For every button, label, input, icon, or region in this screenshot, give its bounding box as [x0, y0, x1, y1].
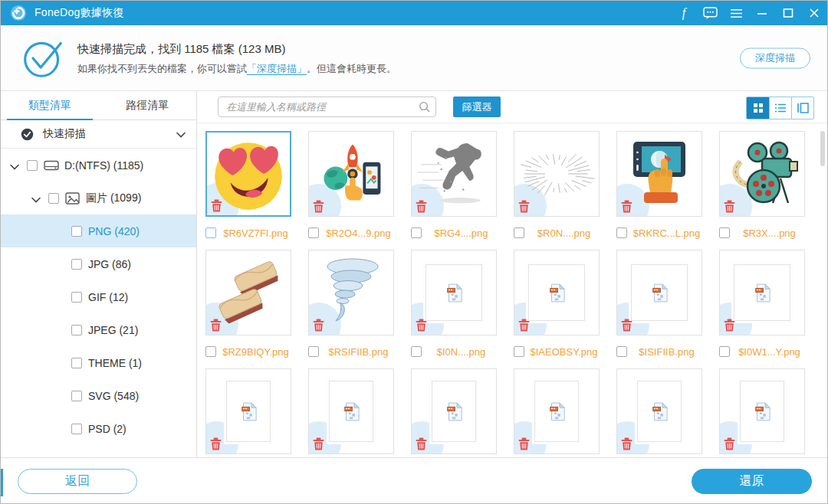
scan-result-text: 快速掃描完成，找到 1185 檔案 (123 MB) 如果你找不到丟失的檔案，你… [77, 43, 396, 74]
sidebar-tree-item[interactable]: JPEG (21) [1, 313, 196, 346]
file-checkbox[interactable] [616, 227, 627, 238]
column-view-icon[interactable] [791, 97, 813, 119]
file-thumbnail[interactable] [719, 368, 805, 454]
file-checkbox[interactable] [719, 346, 730, 357]
sidebar-tree-item[interactable]: THEME (1) [1, 346, 196, 379]
delete-icon[interactable] [416, 437, 427, 450]
sidebar-tree-item[interactable]: JPG (86) [1, 247, 196, 280]
scrollbar-thumb[interactable] [820, 131, 825, 166]
delete-icon[interactable] [518, 200, 530, 213]
file-checkbox[interactable] [411, 227, 422, 238]
file-thumbnail[interactable] [514, 368, 600, 454]
tab-path-list[interactable]: 路徑清單 [99, 91, 197, 119]
file-thumbnail[interactable] [205, 131, 291, 217]
sidebar-tree-item[interactable]: GIF (12) [1, 280, 196, 313]
file-thumbnail[interactable] [308, 131, 394, 217]
sidebar-tree-item[interactable]: PSD (2) [1, 412, 196, 445]
tree-item-checkbox[interactable] [71, 292, 82, 303]
file-name: $RZ9BIQY.png [220, 346, 291, 358]
sidebar-tree-item[interactable]: 圖片 (1099) [1, 182, 196, 214]
file-checkbox[interactable] [411, 346, 422, 357]
search-input[interactable] [218, 97, 436, 117]
file-thumbnail[interactable] [616, 250, 702, 335]
delete-icon[interactable] [518, 319, 530, 332]
file-thumbnail[interactable] [719, 250, 805, 335]
back-button[interactable]: 返回 [18, 469, 137, 494]
delete-icon[interactable] [210, 319, 222, 332]
delete-icon[interactable] [211, 199, 222, 212]
scan-mode-row[interactable]: 快速掃描 [1, 120, 196, 149]
main-panel: 篩選器 [197, 91, 827, 457]
file-thumbnail[interactable] [308, 250, 394, 335]
file-thumbnail[interactable] [616, 368, 702, 454]
tree-item-checkbox[interactable] [27, 160, 38, 171]
file-name: $R6VZ7FI.png [220, 227, 291, 239]
chevron-down-icon[interactable] [10, 160, 21, 171]
sidebar-tree-item[interactable]: D:(NTFS) (1185) [1, 149, 196, 182]
file-checkbox[interactable] [308, 346, 319, 357]
file-thumbnail[interactable] [205, 250, 291, 335]
tree-item-checkbox[interactable] [71, 226, 82, 237]
menu-icon[interactable] [723, 1, 749, 25]
delete-icon[interactable] [621, 437, 632, 450]
file-name-row: $ISIFIIB.png [616, 342, 702, 362]
minimize-button[interactable] [749, 1, 775, 25]
delete-icon[interactable] [724, 319, 735, 332]
scan-mode-chevron-down-icon[interactable] [176, 127, 186, 141]
tree-item-label: SVG (548) [88, 390, 139, 402]
maximize-button[interactable] [775, 1, 801, 25]
file-name: $RG4....png [426, 227, 497, 239]
tab-type-list[interactable]: 類型清單 [1, 91, 99, 119]
file-checkbox[interactable] [205, 346, 216, 357]
file-thumbnail[interactable] [514, 250, 600, 335]
delete-icon[interactable] [416, 200, 427, 213]
chevron-down-icon[interactable] [31, 193, 42, 204]
sidebar-tree-item[interactable]: PNG (420) [1, 214, 196, 247]
scan-mode-check-icon [21, 128, 34, 141]
file-cell: $RG4....png [411, 131, 497, 243]
delete-icon[interactable] [724, 437, 735, 450]
tree-item-checkbox[interactable] [48, 193, 59, 204]
file-checkbox[interactable] [514, 227, 524, 238]
file-thumbnail[interactable] [514, 131, 600, 217]
file-checkbox[interactable] [205, 227, 216, 238]
grid-view-icon[interactable] [747, 97, 769, 119]
file-name-row: $RG4....png [411, 223, 497, 243]
delete-icon[interactable] [621, 319, 632, 332]
file-grid: $R6VZ7FI.png $R2O4...9.png [205, 131, 827, 457]
delete-icon[interactable] [313, 319, 324, 332]
file-thumbnail[interactable] [719, 131, 805, 217]
tree-item-checkbox[interactable] [71, 391, 82, 401]
delete-icon[interactable] [416, 319, 427, 332]
delete-icon[interactable] [518, 437, 530, 450]
file-thumbnail[interactable] [411, 250, 497, 335]
file-thumbnail[interactable] [205, 368, 291, 454]
file-thumbnail[interactable] [308, 368, 394, 454]
file-thumbnail[interactable] [616, 131, 702, 217]
delete-icon[interactable] [621, 200, 632, 213]
file-checkbox[interactable] [616, 346, 627, 357]
deep-scan-link[interactable]: 「深度掃描」 [247, 63, 307, 75]
file-checkbox[interactable] [308, 227, 319, 238]
delete-icon[interactable] [210, 437, 222, 450]
delete-icon[interactable] [313, 200, 324, 213]
delete-icon[interactable] [313, 437, 324, 450]
file-thumbnail[interactable] [411, 131, 497, 217]
file-checkbox[interactable] [514, 346, 524, 357]
filter-button[interactable]: 篩選器 [453, 97, 501, 117]
file-checkbox[interactable] [719, 227, 730, 238]
tree-item-checkbox[interactable] [71, 358, 82, 368]
tree-item-checkbox[interactable] [71, 424, 82, 434]
sidebar-tree-item[interactable]: SVG (548) [1, 379, 196, 412]
file-thumbnail[interactable] [411, 368, 497, 454]
tree-item-checkbox[interactable] [71, 259, 82, 270]
restore-button[interactable]: 還原 [692, 469, 812, 494]
tree-item-checkbox[interactable] [71, 325, 82, 335]
list-view-icon[interactable] [769, 97, 791, 119]
file-name: $RSIFIIB.png [323, 346, 394, 358]
chat-icon[interactable] [697, 1, 723, 25]
delete-icon[interactable] [724, 200, 735, 213]
facebook-icon[interactable]: f [671, 1, 697, 25]
close-button[interactable] [801, 1, 827, 25]
deep-scan-button[interactable]: 深度掃描 [740, 47, 810, 68]
